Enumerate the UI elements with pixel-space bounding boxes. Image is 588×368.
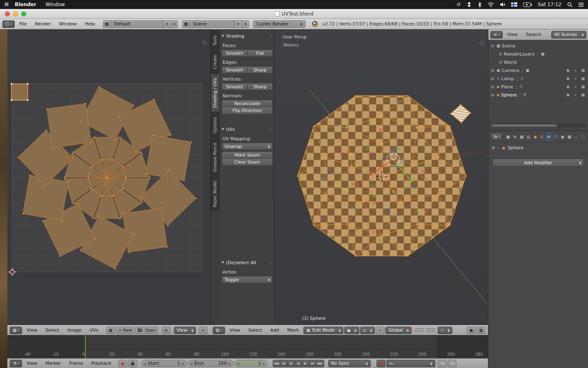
hide-icon[interactable]: ◉ bbox=[566, 76, 570, 81]
outliner-row-world[interactable]: ◎ World bbox=[490, 58, 588, 66]
layout-delete-button[interactable]: × bbox=[171, 20, 178, 28]
timeline[interactable]: -40 -20 0 20 40 60 80 100 120 140 160 18… bbox=[7, 335, 488, 358]
app-menu[interactable]: Blender bbox=[15, 2, 36, 7]
collapse-icon[interactable]: ⊖ bbox=[490, 44, 495, 48]
uv-menu-select[interactable]: Select bbox=[42, 328, 63, 333]
v3d-menu-select[interactable]: Select bbox=[245, 328, 266, 333]
expand-icon[interactable]: ⊕ bbox=[490, 93, 495, 97]
world-tab-icon[interactable]: ◎ bbox=[526, 133, 532, 140]
vertices-smooth-button[interactable]: Smooth bbox=[222, 83, 247, 90]
menubar-clock[interactable]: Sat 17:12 bbox=[538, 2, 561, 7]
render-tab-icon[interactable]: ▣ bbox=[505, 133, 511, 140]
constraints-tab-icon[interactable]: ⊂ bbox=[539, 133, 545, 140]
input-language-flag-icon[interactable] bbox=[511, 2, 517, 7]
v3d-menu-add[interactable]: Add bbox=[267, 328, 283, 333]
flip-direction-button[interactable]: Flip Direction bbox=[222, 107, 273, 114]
region-expand-icon[interactable]: + bbox=[202, 40, 207, 46]
render-restrict-icon[interactable]: ▦ bbox=[541, 52, 545, 56]
faces-flat-button[interactable]: Flat bbox=[247, 49, 273, 57]
tab-grease-pencil[interactable]: Grease Pencil bbox=[211, 139, 220, 176]
outliner-menu-view[interactable]: View bbox=[503, 32, 521, 37]
scrollbar-thumb[interactable] bbox=[492, 124, 557, 127]
render-opengl-button[interactable]: ▣ bbox=[467, 327, 476, 334]
uv-menu-uvs[interactable]: UVs bbox=[86, 328, 102, 333]
spotlight-search-icon[interactable] bbox=[567, 2, 572, 7]
tab-paper-model[interactable]: Paper Model bbox=[211, 177, 220, 211]
tl-menu-frame[interactable]: Frame bbox=[65, 361, 87, 366]
editor-type-image-button[interactable]: ▦▾ bbox=[10, 327, 22, 334]
selectable-icon[interactable]: ▹ bbox=[575, 93, 577, 97]
scene-delete-button[interactable]: × bbox=[242, 20, 249, 28]
display-mode-dropdown[interactable]: All Scenes▲▼ bbox=[551, 31, 586, 38]
object-tab-icon[interactable]: ◆ bbox=[532, 133, 539, 140]
uv-menu-image[interactable]: Image bbox=[64, 328, 85, 333]
panel-grip-icon[interactable]: ≡ bbox=[269, 260, 273, 265]
manipulator-toggle-button[interactable]: + bbox=[376, 327, 385, 334]
end-frame-field[interactable]: ◂ End: 250 ▸ bbox=[188, 360, 234, 367]
scene-tab-icon[interactable]: ▦ bbox=[519, 133, 525, 140]
decrement-icon[interactable]: ◂ bbox=[144, 361, 146, 366]
delete-keyframe-button[interactable] bbox=[448, 360, 457, 367]
selectable-icon[interactable]: ▹ bbox=[575, 76, 577, 81]
scene-add-button[interactable]: + bbox=[234, 20, 242, 28]
orientation-dropdown[interactable]: Global▲▼ bbox=[385, 327, 412, 334]
renderable-icon[interactable]: ▦ bbox=[581, 68, 585, 72]
renderable-icon[interactable]: ▦ bbox=[581, 76, 585, 81]
pin-button[interactable]: ◎ bbox=[162, 327, 171, 334]
play-button[interactable]: ▶ bbox=[302, 360, 310, 367]
selectable-icon[interactable]: ▹ bbox=[575, 85, 577, 89]
uv-view-mode-dropdown[interactable]: View▲▼ bbox=[174, 327, 196, 334]
outliner-menu-search[interactable]: Search bbox=[522, 32, 545, 37]
hide-icon[interactable]: ◉ bbox=[566, 85, 570, 89]
menu-file[interactable]: File bbox=[16, 21, 30, 27]
menu-render[interactable]: Render bbox=[31, 21, 54, 27]
mark-seam-button[interactable]: Mark Seam bbox=[222, 151, 273, 159]
tl-menu-view[interactable]: View bbox=[23, 361, 41, 366]
start-frame-field[interactable]: ◂ Start: 1 ▸ bbox=[141, 360, 187, 367]
dropbox-icon[interactable] bbox=[466, 2, 472, 7]
image-open-button[interactable]: Open bbox=[135, 327, 158, 334]
play-reverse-button[interactable]: ◀ bbox=[287, 360, 295, 367]
clear-seam-button[interactable]: Clear Seam bbox=[222, 159, 273, 166]
render-engine-dropdown[interactable]: Cycles Render▲▼ bbox=[253, 20, 305, 28]
texture-tab-icon[interactable]: ▦ bbox=[566, 133, 572, 140]
outliner-row-camera[interactable]: ⊕ ▣ Camera | ▣ ◉▹▦ bbox=[490, 66, 588, 74]
tl-menu-playback[interactable]: Playback bbox=[87, 361, 115, 366]
decrement-icon[interactable]: ◂ bbox=[237, 361, 239, 366]
redo-panel-header[interactable]: ▼(De)select All≡ bbox=[222, 258, 273, 267]
v3d-menu-view[interactable]: View bbox=[226, 328, 244, 333]
increment-icon[interactable]: ▸ bbox=[263, 361, 265, 366]
editor-type-3dview-button[interactable]: ▧▾ bbox=[213, 327, 225, 334]
outliner-row-renderlayers[interactable]: ≣ RenderLayers | ▦ bbox=[490, 50, 588, 58]
uv-canvas[interactable] bbox=[7, 29, 210, 325]
recalculate-button[interactable]: Recalculate bbox=[222, 100, 273, 107]
uv-menu-view[interactable]: View bbox=[23, 328, 41, 333]
wifi-icon[interactable] bbox=[488, 2, 494, 7]
panel-grip-icon[interactable]: ≡ bbox=[269, 127, 273, 131]
volume-icon[interactable] bbox=[500, 2, 506, 7]
panel-grip-icon[interactable]: ≡ bbox=[269, 34, 273, 38]
outliner-hscrollbar[interactable] bbox=[491, 123, 586, 127]
edges-sharp-button[interactable]: Sharp bbox=[247, 66, 273, 74]
current-frame-field[interactable]: ◂ 1 ▸ bbox=[234, 360, 268, 367]
notification-center-icon[interactable] bbox=[578, 2, 584, 7]
viewport-canvas[interactable] bbox=[274, 29, 488, 325]
hide-icon[interactable]: ◉ bbox=[566, 93, 570, 97]
scene-browse-icon[interactable]: ▦ bbox=[182, 20, 189, 28]
expand-icon[interactable]: ⊕ bbox=[490, 76, 495, 81]
use-preview-range-button[interactable]: ● bbox=[118, 360, 127, 367]
prev-keyframe-button[interactable]: |◀ bbox=[280, 360, 287, 367]
object-data-tab-icon[interactable]: ▽ bbox=[553, 133, 559, 140]
tab-shading-uvs[interactable]: Shading / UVs bbox=[211, 74, 220, 112]
menu-help[interactable]: Help bbox=[81, 21, 99, 27]
edges-smooth-button[interactable]: Smooth bbox=[222, 66, 247, 74]
insert-keyframe-button[interactable] bbox=[438, 360, 447, 367]
jump-to-start-button[interactable]: |◀◀ bbox=[273, 360, 280, 367]
v3d-menu-mesh[interactable]: Mesh bbox=[283, 328, 303, 333]
uv-snap-button[interactable]: ∩ bbox=[198, 327, 207, 334]
unwrap-menu-button[interactable]: Unwrap▲▼ bbox=[222, 143, 273, 150]
outliner-row-lamp[interactable]: ⊕ ☼ Lamp | ☼ ◉▹▦ bbox=[490, 74, 588, 83]
hide-icon[interactable]: ◉ bbox=[566, 68, 570, 72]
menu-window[interactable]: Window bbox=[56, 21, 80, 27]
sync-dropdown[interactable]: No Sync▲▼ bbox=[328, 360, 371, 367]
